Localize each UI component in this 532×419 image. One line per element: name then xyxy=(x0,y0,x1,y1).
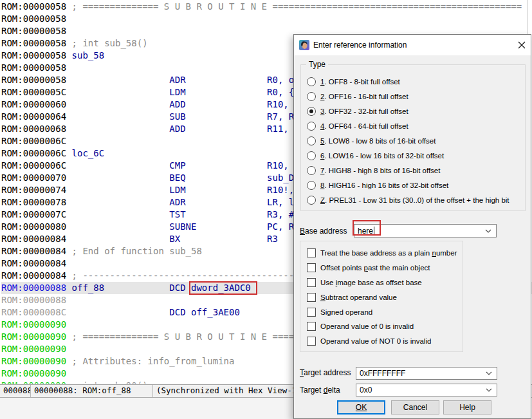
line-text: ; int sub_58() xyxy=(66,38,147,48)
enter-reference-information-dialog: Enter reference information Type 1. OFF8… xyxy=(293,34,531,419)
close-icon xyxy=(518,41,526,49)
line-address: ROM:00000058 xyxy=(1,1,66,12)
radio-option[interactable]: 7. HIGH8 - high 8 bits of 16-bit offset xyxy=(307,163,523,178)
listing-line[interactable]: ROM:00000058 ; ============== S U B R O … xyxy=(1,1,532,13)
radio-button[interactable] xyxy=(307,181,316,190)
radio-option[interactable]: 1. OFF8 - 8-bit full offset xyxy=(307,74,523,89)
checkbox-label: Use image base as offset base xyxy=(320,279,422,286)
cancel-button[interactable]: Cancel xyxy=(391,400,439,414)
radio-option[interactable]: 3. OFF32 - 32-bit full offset xyxy=(307,104,523,118)
checkbox[interactable] xyxy=(307,278,316,287)
listing-line[interactable]: ROM:00000058 xyxy=(1,13,532,25)
dialog-title: Enter reference information xyxy=(313,35,407,55)
line-address: ROM:00000058 xyxy=(1,62,66,73)
radio-button[interactable] xyxy=(307,151,316,160)
radio-option[interactable]: 2. OFF16 - 16-bit full offset xyxy=(307,89,523,104)
annotation-box-dword-operand xyxy=(189,281,257,295)
checkbox[interactable] xyxy=(307,337,316,346)
checkbox-option[interactable]: Signed operand xyxy=(307,304,461,319)
line-address: ROM:00000064 xyxy=(1,111,66,122)
checkbox-option[interactable]: Operand value of NOT 0 is invalid xyxy=(307,334,461,349)
radio-label: 3. OFF32 - 32-bit full offset xyxy=(320,107,408,115)
radio-button[interactable] xyxy=(307,122,316,131)
radio-button[interactable] xyxy=(307,107,316,116)
help-button[interactable]: Help xyxy=(443,400,491,414)
line-address: ROM:00000078 xyxy=(1,197,66,207)
checkbox-label: Treat the base address as a plain number xyxy=(320,249,457,257)
line-address: ROM:00000090 xyxy=(1,368,66,378)
radio-label: 6. LOW16 - low 16 bits of 32-bit offset xyxy=(320,152,444,160)
radio-label: 7. HIGH8 - high 8 bits of 16-bit offset xyxy=(320,167,440,174)
chevron-down-icon[interactable] xyxy=(486,371,492,375)
line-address: ROM:00000090 xyxy=(1,380,66,384)
line-text: LDM R0, {R4-R6} xyxy=(66,87,327,97)
line-address: ROM:00000058 xyxy=(1,38,66,48)
line-text: SUBNE PC, R7 xyxy=(66,221,299,232)
line-address: ROM:0000008C xyxy=(1,307,66,317)
line-text: ADD R10, R0 xyxy=(66,99,305,109)
line-text: ; End of function sub_58 xyxy=(66,246,202,256)
checkbox[interactable] xyxy=(307,263,316,272)
checkbox-option[interactable]: Operand value of 0 is invalid xyxy=(307,319,461,334)
chevron-down-icon[interactable] xyxy=(485,229,491,233)
line-address: ROM:0000007C xyxy=(1,209,66,219)
line-address: ROM:00000068 xyxy=(1,124,66,134)
flags-checkbox-list: Treat the base address as a plain number… xyxy=(307,246,461,349)
radio-label: 8. HIGH16 - high 16 bits of 32-bit offse… xyxy=(320,182,448,189)
ida-window: ROM:00000058 ; ============== S U B R O … xyxy=(0,0,532,419)
line-text: ADD R11, R7 xyxy=(66,124,305,134)
radio-option[interactable]: 4. OFF64 - 64-bit full offset xyxy=(307,118,523,133)
line-address: ROM:00000090 xyxy=(1,344,66,354)
line-address: ROM:00000090 xyxy=(1,356,66,366)
line-text: BX R3 xyxy=(66,234,278,244)
line-address: ROM:0000006C xyxy=(1,136,66,146)
radio-button[interactable] xyxy=(307,92,316,101)
radio-option[interactable]: Z. PREL31 - Low 31 bits (30..0) of the o… xyxy=(307,192,523,207)
line-text: ; Attributes: info_from_lumina xyxy=(66,356,234,366)
checkbox-option[interactable]: Subtract operand value xyxy=(307,290,461,304)
radio-button[interactable] xyxy=(307,136,316,145)
target-address-combobox[interactable]: 0xFFFFFFFF xyxy=(356,367,497,380)
line-text: ; int sub_90() xyxy=(66,380,147,384)
status-cell: 000088 xyxy=(0,385,31,397)
close-button[interactable] xyxy=(513,37,530,53)
line-address: ROM:00000088 xyxy=(1,295,66,305)
checkbox[interactable] xyxy=(307,293,316,302)
chevron-down-icon[interactable] xyxy=(486,388,492,392)
checkbox[interactable] xyxy=(307,308,316,317)
line-address: ROM:00000058 xyxy=(1,14,66,24)
ida-app-icon xyxy=(299,40,309,50)
checkbox-option[interactable]: Use image base as offset base xyxy=(307,275,461,290)
status-cell: (Synchronized with Hex View-1) xyxy=(153,385,302,397)
checkbox-label: Operand value of NOT 0 is invalid xyxy=(320,337,431,345)
target-delta-value: 0x0 xyxy=(360,386,372,395)
radio-option[interactable]: 5. LOW8 - low 8 bits of 16-bit offset xyxy=(307,133,523,148)
radio-button[interactable] xyxy=(307,166,316,175)
checkbox[interactable] xyxy=(307,248,316,257)
line-address: ROM:00000058 xyxy=(1,26,66,36)
line-text: TST R3, #1 xyxy=(66,209,299,219)
target-delta-combobox[interactable]: 0x0 xyxy=(356,384,497,396)
checkbox[interactable] xyxy=(307,322,316,331)
line-address: ROM:0000005C xyxy=(1,87,66,97)
dialog-titlebar[interactable]: Enter reference information xyxy=(294,35,531,55)
line-address: ROM:0000006C xyxy=(1,148,66,158)
line-address: ROM:00000074 xyxy=(1,185,66,195)
line-text: loc_6C xyxy=(66,148,104,158)
checkbox-option[interactable]: Treat the base address as a plain number xyxy=(307,246,461,261)
radio-option[interactable]: 6. LOW16 - low 16 bits of 32-bit offset xyxy=(307,148,523,163)
checkbox-label: Signed operand xyxy=(320,308,372,316)
line-address: ROM:00000058 xyxy=(1,50,66,61)
offset-type-radio-list: 1. OFF8 - 8-bit full offset2. OFF16 - 16… xyxy=(307,74,523,207)
radio-button[interactable] xyxy=(307,77,316,86)
radio-label: 4. OFF64 - 64-bit full offset xyxy=(320,122,408,130)
line-text: LDM R10!, {R3} xyxy=(66,185,321,195)
line-text: SUB R7, R10 xyxy=(66,111,305,122)
annotation-box-base-address xyxy=(353,220,381,236)
line-address: ROM:00000070 xyxy=(1,172,66,183)
ok-button[interactable]: OK xyxy=(337,400,385,414)
checkbox-option[interactable]: Offset points past the main object xyxy=(307,261,461,275)
radio-option[interactable]: 8. HIGH16 - high 16 bits of 32-bit offse… xyxy=(307,178,523,192)
radio-button[interactable] xyxy=(307,196,316,205)
line-address: ROM:00000084 xyxy=(1,246,66,256)
